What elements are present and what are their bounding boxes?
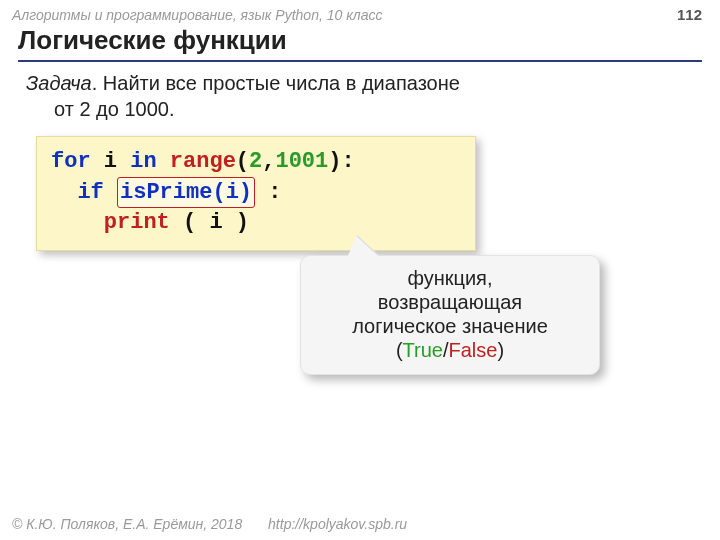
header: Алгоритмы и программирование, язык Pytho… (0, 0, 720, 23)
value-true: True (403, 339, 443, 361)
code-block: for i in range(2,1001): if isPrime(i) : … (36, 136, 476, 251)
indent2 (51, 180, 77, 205)
fn-range: range (170, 149, 236, 174)
fn-isprime: isPrime(i) (120, 180, 252, 205)
task-text: Задача. Найти все простые числа в диапаз… (26, 70, 720, 122)
callout-box: функция, возвращающая логическое значени… (300, 255, 600, 375)
kw-for: for (51, 149, 91, 174)
print-args: ( i ) (170, 210, 249, 235)
punct-open: ( (236, 149, 249, 174)
num-2: 2 (249, 149, 262, 174)
task-line2: от 2 до 1000. (54, 98, 174, 120)
footer-url: http://kpolyakov.spb.ru (268, 516, 407, 532)
footer-copyright: © К.Ю. Поляков, Е.А. Ерёмин, 2018 (12, 516, 242, 532)
punct-comma: , (262, 149, 275, 174)
task-label: Задача (26, 72, 92, 94)
course-label: Алгоритмы и программирование, язык Pytho… (12, 7, 382, 23)
callout-tail (348, 236, 378, 256)
punct-colon: : (255, 180, 281, 205)
indent3 (51, 210, 104, 235)
callout: функция, возвращающая логическое значени… (300, 255, 600, 375)
page-number: 112 (677, 6, 702, 23)
callout-line2: возвращающая (378, 291, 522, 313)
kw-if: if (77, 180, 103, 205)
footer: © К.Ю. Поляков, Е.А. Ерёмин, 2018 http:/… (12, 516, 407, 532)
callout-line1: функция, (407, 267, 492, 289)
var-i: i (104, 149, 117, 174)
kw-in: in (130, 149, 156, 174)
fn-print: print (104, 210, 170, 235)
sp (104, 180, 117, 205)
punct-close1: ): (328, 149, 354, 174)
task-line1: . Найти все простые числа в диапазоне (92, 72, 460, 94)
page-title: Логические функции (18, 25, 720, 56)
isprime-highlight: isPrime(i) (117, 177, 255, 209)
title-rule (18, 60, 702, 62)
num-1001: 1001 (275, 149, 328, 174)
value-false: False (449, 339, 498, 361)
callout-line3: логическое значение (352, 315, 548, 337)
